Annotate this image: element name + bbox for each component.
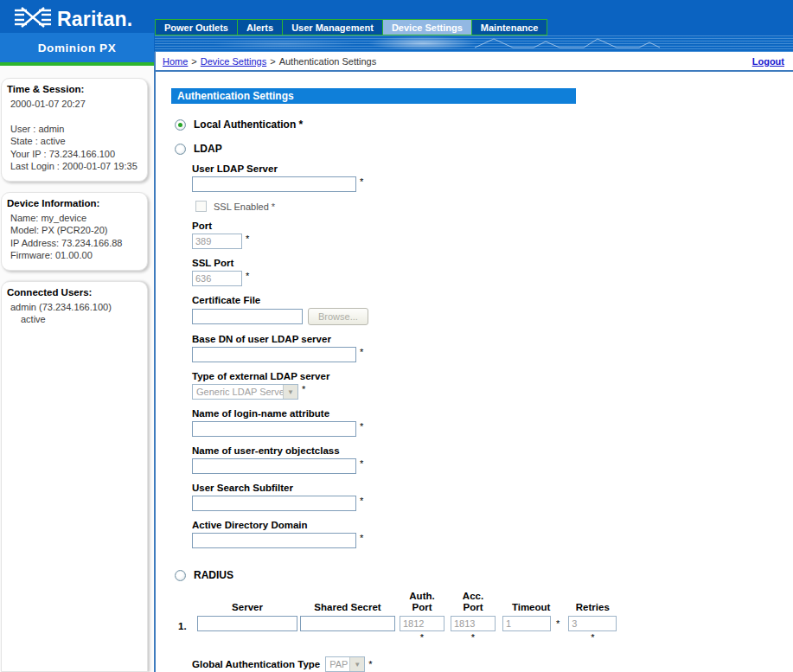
product-name-bar: Dominion PX <box>0 33 154 66</box>
breadcrumb-home-link[interactable]: Home <box>163 56 188 67</box>
session-user: User : admin <box>10 123 141 136</box>
chevron-down-icon: ▼ <box>349 657 364 671</box>
ldap-label: LDAP <box>194 143 222 155</box>
ad-domain-input[interactable] <box>192 533 356 548</box>
user-ldap-server-input[interactable] <box>192 176 356 192</box>
connected-user-status: active <box>21 313 141 326</box>
page: Raritan. Power Outlets Alerts User Manag… <box>0 0 793 672</box>
radius-server-header: Server <box>232 588 263 616</box>
certificate-file-input[interactable] <box>192 309 303 324</box>
sidebar: Time & Session: 2000-01-07 20:27 User : … <box>0 66 154 672</box>
local-authentication-radio[interactable] <box>175 119 186 131</box>
objectclass-label: Name of user-entry objectclass <box>192 445 793 456</box>
radius-timeout-col: Timeout * <box>502 588 560 631</box>
server-type-field: Type of external LDAP server Generic LDA… <box>192 371 793 400</box>
tab-device-settings[interactable]: Device Settings <box>382 19 472 35</box>
port-field: Port * <box>192 221 793 249</box>
login-attr-input[interactable] <box>192 421 356 437</box>
session-last-login: Last Login : 2000-01-07 19:35 <box>10 160 141 173</box>
required-marker: * <box>556 619 560 629</box>
ssl-enabled-label: SSL Enabled * <box>214 202 275 212</box>
base-dn-field: Base DN of user LDAP server * <box>192 334 793 362</box>
global-auth-type-label: Global Authentication Type <box>192 659 320 669</box>
tab-alerts[interactable]: Alerts <box>237 19 283 35</box>
chevron-down-icon: ▼ <box>283 385 297 399</box>
radio-row-ldap[interactable]: LDAP <box>175 143 793 155</box>
radius-auth-port-col: Auth. Port * <box>400 588 444 643</box>
required-marker: * <box>246 234 249 244</box>
time-session-panel: Time & Session: 2000-01-07 20:27 User : … <box>1 78 148 182</box>
ssl-port-field: SSL Port * <box>192 258 793 286</box>
tab-user-management[interactable]: User Management <box>282 19 383 35</box>
breadcrumb: Home>Device Settings>Authentication Sett… <box>163 56 376 67</box>
tab-maintenance[interactable]: Maintenance <box>471 19 548 35</box>
server-type-select[interactable]: Generic LDAP Server ▼ <box>192 384 298 400</box>
ad-domain-field: Active Directory Domain * <box>192 520 793 548</box>
radius-servers-table: 1. Server Shared Secret Auth. Port * Acc… <box>178 588 793 643</box>
connected-user: admin (73.234.166.100) <box>10 301 141 314</box>
raritan-logo: Raritan. <box>14 6 132 32</box>
radius-radio[interactable] <box>175 570 186 581</box>
browse-button[interactable]: Browse... <box>308 308 368 325</box>
radius-server-input[interactable] <box>197 616 297 631</box>
port-input[interactable] <box>192 234 242 249</box>
radius-shared-secret-header: Shared Secret <box>314 588 381 616</box>
objectclass-field: Name of user-entry objectclass * <box>192 445 793 474</box>
required-marker: * <box>302 384 305 394</box>
radius-row-index-col: 1. <box>178 588 197 631</box>
ssl-enabled-checkbox[interactable] <box>195 201 207 212</box>
radius-auth-port-header: Auth. Port <box>409 588 434 616</box>
required-marker: * <box>368 659 372 669</box>
radius-retries-input[interactable] <box>568 616 617 631</box>
subfilter-input[interactable] <box>192 496 356 511</box>
objectclass-input[interactable] <box>192 458 356 474</box>
ldap-radio[interactable] <box>175 144 186 155</box>
breadcrumb-current-page: Authentication Settings <box>279 56 377 67</box>
radio-row-local-authentication[interactable]: Local Authentication * <box>175 118 793 131</box>
tab-power-outlets[interactable]: Power Outlets <box>155 19 238 35</box>
required-marker: * <box>591 632 594 643</box>
required-marker: * <box>360 458 363 469</box>
connected-users-title: Connected Users: <box>7 287 141 298</box>
raritan-logo-icon <box>14 6 52 32</box>
ldap-fields-section: User LDAP Server * SSL Enabled * Port * … <box>192 163 793 548</box>
radius-shared-secret-input[interactable] <box>300 616 395 631</box>
radius-shared-secret-col: Shared Secret <box>300 588 395 631</box>
radius-auth-port-input[interactable] <box>400 616 444 631</box>
subfilter-field: User Search Subfilter * <box>192 483 793 511</box>
radius-timeout-input[interactable] <box>502 616 551 631</box>
connected-users-panel: Connected Users: admin (73.234.166.100) … <box>1 281 148 672</box>
main-content: Authentication Settings Local Authentica… <box>154 72 793 672</box>
radius-acc-port-header: Acc. Port <box>463 588 483 616</box>
port-label: Port <box>192 221 793 231</box>
ssl-port-input[interactable] <box>192 271 242 286</box>
time-session-title: Time & Session: <box>7 84 141 94</box>
global-auth-type-select[interactable]: PAP ▼ <box>325 656 365 672</box>
base-dn-input[interactable] <box>192 347 356 362</box>
user-ldap-server-label: User LDAP Server <box>192 163 793 174</box>
required-marker: * <box>246 271 249 281</box>
page-title: Authentication Settings <box>171 88 576 104</box>
breadcrumb-device-settings-link[interactable]: Device Settings <box>201 56 266 67</box>
ssl-enabled-row: SSL Enabled * <box>195 201 793 212</box>
radius-acc-port-input[interactable] <box>451 616 496 631</box>
device-firmware: Firmware: 01.00.00 <box>10 249 141 262</box>
radio-row-radius[interactable]: RADIUS <box>175 569 793 581</box>
radius-retries-col: Retries * <box>568 588 617 643</box>
global-auth-type-selected-value: PAP <box>326 657 349 671</box>
global-auth-type-row: Global Authentication Type PAP ▼ * <box>192 656 793 672</box>
radius-row-index: 1. <box>178 621 187 631</box>
required-marker: * <box>360 347 363 357</box>
user-ldap-server-field: User LDAP Server * <box>192 163 793 192</box>
base-dn-label: Base DN of user LDAP server <box>192 334 793 344</box>
radius-retries-header: Retries <box>576 588 610 616</box>
nav-tabs: Power Outlets Alerts User Management Dev… <box>155 19 547 35</box>
logout-link[interactable]: Logout <box>752 56 784 67</box>
server-type-selected-value: Generic LDAP Server <box>193 385 283 399</box>
radius-label: RADIUS <box>194 569 233 581</box>
required-marker: * <box>360 176 363 187</box>
required-marker: * <box>471 632 475 643</box>
breadcrumb-row: Home>Device Settings>Authentication Sett… <box>154 52 793 72</box>
raritan-logo-text: Raritan. <box>57 8 132 31</box>
subfilter-label: User Search Subfilter <box>192 483 793 493</box>
